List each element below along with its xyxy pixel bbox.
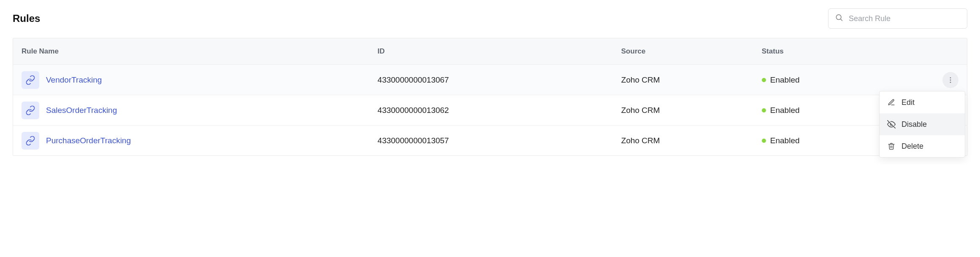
status-dot-icon xyxy=(762,139,766,143)
status-dot-icon xyxy=(762,78,766,82)
svg-point-2 xyxy=(950,77,951,78)
rule-source: Zoho CRM xyxy=(621,106,762,115)
menu-item-label: Disable xyxy=(901,120,927,129)
eye-off-icon xyxy=(887,120,896,128)
menu-item-delete[interactable]: Delete xyxy=(880,135,965,157)
rule-id: 4330000000013067 xyxy=(378,75,621,85)
status-dot-icon xyxy=(762,108,766,112)
rule-status: Enabled xyxy=(770,136,800,145)
rule-id: 4330000000013062 xyxy=(378,106,621,115)
table-header-row: Rule Name ID Source Status xyxy=(13,38,967,64)
table-row: SalesOrderTracking4330000000013062Zoho C… xyxy=(13,95,967,125)
menu-item-label: Edit xyxy=(901,98,915,107)
svg-point-4 xyxy=(950,81,951,83)
rule-name-link[interactable]: PurchaseOrderTracking xyxy=(46,136,131,145)
search-input[interactable] xyxy=(828,8,967,29)
rule-link-icon xyxy=(22,132,39,150)
row-actions-button[interactable] xyxy=(942,72,958,88)
menu-item-edit[interactable]: Edit xyxy=(880,91,965,113)
table-row: VendorTracking4330000000013067Zoho CRMEn… xyxy=(13,64,967,95)
page-title: Rules xyxy=(13,13,40,24)
col-header-source: Source xyxy=(621,47,762,56)
table-row: PurchaseOrderTracking4330000000013057Zoh… xyxy=(13,125,967,155)
rule-source: Zoho CRM xyxy=(621,136,762,145)
rule-name-link[interactable]: SalesOrderTracking xyxy=(46,106,117,115)
rule-status: Enabled xyxy=(770,75,800,85)
rule-id: 4330000000013057 xyxy=(378,136,621,145)
rule-name-link[interactable]: VendorTracking xyxy=(46,75,102,85)
svg-point-3 xyxy=(950,79,951,80)
col-header-id: ID xyxy=(378,47,621,56)
edit-icon xyxy=(887,99,896,106)
row-actions-menu: EditDisableDelete xyxy=(879,91,965,158)
menu-item-label: Delete xyxy=(901,142,923,151)
rules-table: Rule Name ID Source Status VendorTrackin… xyxy=(13,38,967,156)
rule-link-icon xyxy=(22,102,39,119)
col-header-status: Status xyxy=(762,47,912,56)
rule-source: Zoho CRM xyxy=(621,75,762,85)
rule-link-icon xyxy=(22,71,39,89)
menu-item-disable[interactable]: Disable xyxy=(880,113,965,135)
col-header-name: Rule Name xyxy=(22,47,378,56)
search-container xyxy=(828,8,967,29)
rule-status: Enabled xyxy=(770,106,800,115)
trash-icon xyxy=(887,142,896,150)
